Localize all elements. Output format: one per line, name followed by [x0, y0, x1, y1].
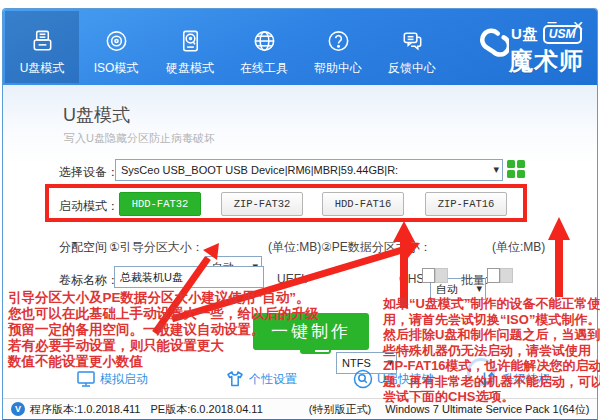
feedback-icon: [399, 28, 426, 55]
simulate-boot-link[interactable]: 模拟启动: [76, 369, 148, 389]
green-grid-icon[interactable]: [507, 160, 525, 178]
content-area: U盘模式 写入U盘隐藏分区防止病毒破坏 选择设备： SysCeo USB_BOO…: [3, 85, 597, 398]
usb-drive-icon: [29, 28, 56, 55]
footer-link-label: 升级特权: [502, 371, 550, 388]
monitor-icon: [76, 369, 96, 389]
boot-mode-hdd-fat16[interactable]: HDD-FAT16: [322, 192, 404, 216]
magnifier-icon: [353, 369, 373, 389]
pe-version: PE版本:6.0.2018.04.11: [150, 402, 262, 417]
chs-checkbox[interactable]: [422, 268, 435, 283]
pe-partition-label: ②PE数据分区大小：: [321, 239, 432, 256]
page-title: U盘模式: [63, 103, 130, 127]
tab-online-tools[interactable]: 在线工具: [227, 11, 301, 83]
help-icon: [325, 28, 352, 55]
device-select[interactable]: SysCeo USB_BOOT USB Device|RM6|MBR|59.44…: [115, 159, 503, 181]
logo-product: U盘: [511, 25, 539, 44]
logo-usm-badge: USM: [543, 25, 582, 44]
tab-label: 帮助中心: [314, 60, 362, 77]
batch-checkbox-disabled: [500, 268, 513, 283]
tab-label: 在线工具: [240, 60, 288, 77]
personalize-link[interactable]: 个性设置: [225, 369, 297, 389]
boot-mode-label: 启动模式：: [59, 198, 119, 215]
boot-partition-label: ①引导分区大小：: [109, 239, 204, 256]
tab-feedback-center[interactable]: 反馈中心: [375, 11, 449, 83]
device-select-value: SysCeo USB_BOOT USB Device|RM6|MBR|59.44…: [121, 164, 398, 176]
app-window: – ✕ U盘模式 ISO模式 硬盘模式: [2, 8, 598, 420]
tab-label: 硬盘模式: [166, 60, 214, 77]
tab-label: U盘模式: [20, 60, 65, 77]
batch-label: 批量:: [461, 272, 488, 289]
pe-partition-unit: (单位:MB): [492, 239, 545, 256]
make-button[interactable]: 一键制作: [253, 313, 369, 350]
volume-label: 卷标名称：: [59, 272, 119, 289]
tshirt-icon: [225, 369, 245, 389]
upgrade-arrows-icon: [478, 369, 498, 389]
pe-partition-size-value: 自动: [436, 282, 458, 297]
tab-hdd-mode[interactable]: 硬盘模式: [153, 11, 227, 83]
version-badge-icon: V: [11, 402, 25, 416]
page-subtitle: 写入U盘隐藏分区防止病毒破坏: [64, 131, 215, 146]
hotkey-link[interactable]: U启快捷键: [353, 369, 434, 389]
tab-usb-mode[interactable]: U盘模式: [5, 11, 79, 83]
filesystem-value: NTFS: [342, 357, 371, 369]
program-version: 程序版本:1.0.2018.411: [30, 402, 140, 417]
boot-mode-zip-fat32[interactable]: ZIP-FAT32: [221, 192, 303, 216]
upgrade-link[interactable]: 升级特权: [478, 369, 550, 389]
logo-name: 魔术师: [509, 45, 584, 77]
footer-link-label: U启快捷键: [377, 371, 434, 388]
volume-name-value: 总裁装机U盘: [120, 270, 183, 285]
magnet-logo-icon: [475, 27, 509, 71]
tab-help-center[interactable]: 帮助中心: [301, 11, 375, 83]
app-logo: U盘 USM 魔术师: [475, 23, 593, 83]
os-label: Windows 7 Ultimate Service Pack 1(64位): [385, 402, 589, 417]
globe-icon: [251, 28, 278, 55]
edition-label: (特别版正式): [309, 402, 371, 417]
batch-checkbox[interactable]: [487, 268, 500, 283]
footer-link-label: 模拟启动: [100, 371, 148, 388]
toolbar: – ✕ U盘模式 ISO模式 硬盘模式: [3, 9, 597, 85]
status-bar: V 程序版本:1.0.2018.411 PE版本:6.0.2018.04.11 …: [3, 398, 597, 419]
boot-mode-zip-fat16[interactable]: ZIP-FAT16: [425, 192, 507, 216]
footer-link-label: 个性设置: [249, 371, 297, 388]
uefi-label: UEFI:: [277, 272, 308, 286]
hdd-icon: [177, 28, 204, 55]
tab-label: ISO模式: [94, 60, 139, 77]
volume-name-input[interactable]: 总裁装机U盘: [114, 266, 264, 288]
boot-mode-hdd-fat32[interactable]: HDD-FAT32: [119, 192, 201, 216]
disc-icon: [103, 28, 130, 55]
device-label: 选择设备：: [59, 164, 119, 181]
chs-checkbox-disabled: [435, 268, 448, 283]
tab-label: 反馈中心: [388, 60, 436, 77]
boot-partition-unit: (单位:MB): [268, 239, 321, 256]
tab-iso-mode[interactable]: ISO模式: [79, 11, 153, 83]
